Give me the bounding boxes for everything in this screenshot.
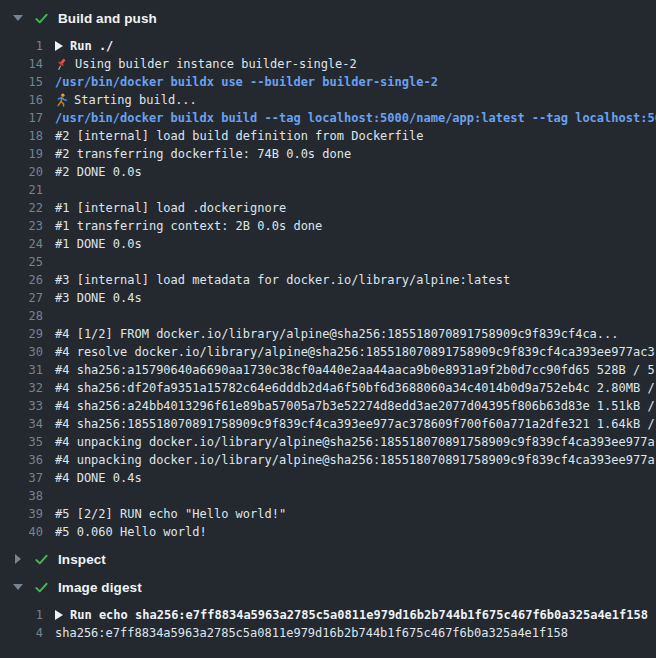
log-text: #1 [internal] load .dockerignore xyxy=(55,199,286,217)
log-line: 17/usr/bin/docker buildx build --tag loc… xyxy=(0,109,656,127)
log-line-content: #4 [1/2] FROM docker.io/library/alpine@s… xyxy=(43,325,656,343)
line-number[interactable]: 17 xyxy=(0,109,43,127)
log-line-content: Run echo sha256:e7ff8834a5963a2785c5a081… xyxy=(43,606,656,624)
log-line: 29#4 [1/2] FROM docker.io/library/alpine… xyxy=(0,325,656,343)
log-line: 19#2 transferring dockerfile: 74B 0.0s d… xyxy=(0,145,656,163)
log-line: 20#2 DONE 0.0s xyxy=(0,163,656,181)
log-line-content: #4 sha256:a15790640a6690aa1730c38cf0a440… xyxy=(43,361,656,379)
log-line: 39#5 [2/2] RUN echo "Hello world!" xyxy=(0,505,656,523)
log-line-content: /usr/bin/docker buildx build --tag local… xyxy=(43,109,656,127)
line-number[interactable]: 19 xyxy=(0,145,43,163)
log-text: sha256:e7ff8834a5963a2785c5a0811e979d16b… xyxy=(55,624,568,642)
log-text: #2 DONE 0.0s xyxy=(55,163,142,181)
log-line-content xyxy=(43,253,656,271)
line-number[interactable]: 38 xyxy=(0,487,43,505)
line-number[interactable]: 1 xyxy=(0,37,43,55)
log-text: Run echo sha256:e7ff8834a5963a2785c5a081… xyxy=(70,606,648,624)
log-line-content: #2 [internal] load build definition from… xyxy=(43,127,656,145)
line-number[interactable]: 4 xyxy=(0,624,43,642)
chevron-down-icon[interactable] xyxy=(10,15,26,21)
line-number[interactable]: 31 xyxy=(0,361,43,379)
log-text: #1 DONE 0.0s xyxy=(55,235,142,253)
log-text: #4 sha256:df20fa9351a15782c64e6dddb2d4a6… xyxy=(55,379,655,397)
log-line-content: Using builder instance builder-single-2 xyxy=(43,55,656,73)
log-line: 4sha256:e7ff8834a5963a2785c5a0811e979d16… xyxy=(0,624,656,642)
log-line-content: #5 0.060 Hello world! xyxy=(43,523,656,541)
line-number[interactable]: 21 xyxy=(0,181,43,199)
log-text: Run ./ xyxy=(70,37,113,55)
log-line: 21 xyxy=(0,181,656,199)
log-text: #4 DONE 0.4s xyxy=(55,469,142,487)
log-line-content: #2 DONE 0.0s xyxy=(43,163,656,181)
log-text: #4 sha256:a24bb4013296f61e89ba57005a7b3e… xyxy=(55,397,655,415)
log-text: #3 DONE 0.4s xyxy=(55,289,142,307)
line-number[interactable]: 16 xyxy=(0,91,43,109)
section-label: Build and push xyxy=(58,11,157,26)
line-number[interactable]: 15 xyxy=(0,73,43,91)
log-text: /usr/bin/docker buildx build --tag local… xyxy=(55,109,656,127)
line-number[interactable]: 24 xyxy=(0,235,43,253)
line-number[interactable]: 23 xyxy=(0,217,43,235)
line-number[interactable]: 29 xyxy=(0,325,43,343)
log-text: #5 [2/2] RUN echo "Hello world!" xyxy=(55,505,286,523)
log-line-content xyxy=(43,487,656,505)
log-text: #5 0.060 Hello world! xyxy=(55,523,207,541)
run-triangle-icon[interactable] xyxy=(55,41,63,51)
log-line-content: #2 transferring dockerfile: 74B 0.0s don… xyxy=(43,145,656,163)
section-body: 1Run echo sha256:e7ff8834a5963a2785c5a08… xyxy=(0,606,656,642)
log-text: #4 unpacking docker.io/library/alpine@sh… xyxy=(55,451,655,469)
log-line-run-group[interactable]: 1Run echo sha256:e7ff8834a5963a2785c5a08… xyxy=(0,606,656,624)
log-text: #4 [1/2] FROM docker.io/library/alpine@s… xyxy=(55,325,619,343)
log-text: #4 sha256:a15790640a6690aa1730c38cf0a440… xyxy=(55,361,655,379)
line-number[interactable]: 32 xyxy=(0,379,43,397)
log-line: 22#1 [internal] load .dockerignore xyxy=(0,199,656,217)
section-label: Inspect xyxy=(58,552,106,567)
line-number[interactable]: 40 xyxy=(0,523,43,541)
log-line: 24#1 DONE 0.0s xyxy=(0,235,656,253)
log-line-content: Run ./ xyxy=(43,37,656,55)
section-header-build-and-push[interactable]: Build and push xyxy=(0,4,656,32)
log-section-build-and-push: Build and push 1Run ./14Using builder in… xyxy=(0,4,656,541)
line-number[interactable]: 26 xyxy=(0,271,43,289)
log-line-run-group[interactable]: 1Run ./ xyxy=(0,37,656,55)
log-text: #4 sha256:185518070891758909c9f839cf4ca3… xyxy=(55,415,655,433)
log-line-content: #5 [2/2] RUN echo "Hello world!" xyxy=(43,505,656,523)
line-number[interactable]: 30 xyxy=(0,343,43,361)
log-line-content: #4 DONE 0.4s xyxy=(43,469,656,487)
line-number[interactable]: 20 xyxy=(0,163,43,181)
log-text: #1 transferring context: 2B 0.0s done xyxy=(55,217,322,235)
section-header-inspect[interactable]: Inspect xyxy=(0,545,656,573)
log-text: #3 [internal] load metadata for docker.i… xyxy=(55,271,510,289)
workflow-log-viewer: Build and push 1Run ./14Using builder in… xyxy=(0,0,656,658)
log-text: Starting build... xyxy=(74,91,197,109)
line-number[interactable]: 35 xyxy=(0,433,43,451)
log-line-content: #3 DONE 0.4s xyxy=(43,289,656,307)
line-number[interactable]: 36 xyxy=(0,451,43,469)
log-line: 31#4 sha256:a15790640a6690aa1730c38cf0a4… xyxy=(0,361,656,379)
log-line-content: #4 unpacking docker.io/library/alpine@sh… xyxy=(43,433,656,451)
line-number[interactable]: 1 xyxy=(0,606,43,624)
log-section-inspect: Inspect xyxy=(0,545,656,573)
line-number[interactable]: 18 xyxy=(0,127,43,145)
line-number[interactable]: 14 xyxy=(0,55,43,73)
line-number[interactable]: 27 xyxy=(0,289,43,307)
log-line: 37#4 DONE 0.4s xyxy=(0,469,656,487)
line-number[interactable]: 39 xyxy=(0,505,43,523)
log-line: 16Starting build... xyxy=(0,91,656,109)
line-number[interactable]: 25 xyxy=(0,253,43,271)
line-number[interactable]: 22 xyxy=(0,199,43,217)
check-icon xyxy=(33,552,49,567)
line-number[interactable]: 33 xyxy=(0,397,43,415)
log-line: 15/usr/bin/docker buildx use --builder b… xyxy=(0,73,656,91)
run-triangle-icon[interactable] xyxy=(55,610,63,620)
log-line-content: #4 sha256:df20fa9351a15782c64e6dddb2d4a6… xyxy=(43,379,656,397)
chevron-down-icon[interactable] xyxy=(10,584,26,590)
log-line: 14Using builder instance builder-single-… xyxy=(0,55,656,73)
line-number[interactable]: 37 xyxy=(0,469,43,487)
line-number[interactable]: 28 xyxy=(0,307,43,325)
chevron-right-icon[interactable] xyxy=(10,554,26,564)
log-line-content: #4 sha256:a24bb4013296f61e89ba57005a7b3e… xyxy=(43,397,656,415)
line-number[interactable]: 34 xyxy=(0,415,43,433)
log-line: 33#4 sha256:a24bb4013296f61e89ba57005a7b… xyxy=(0,397,656,415)
section-header-image-digest[interactable]: Image digest xyxy=(0,573,656,601)
